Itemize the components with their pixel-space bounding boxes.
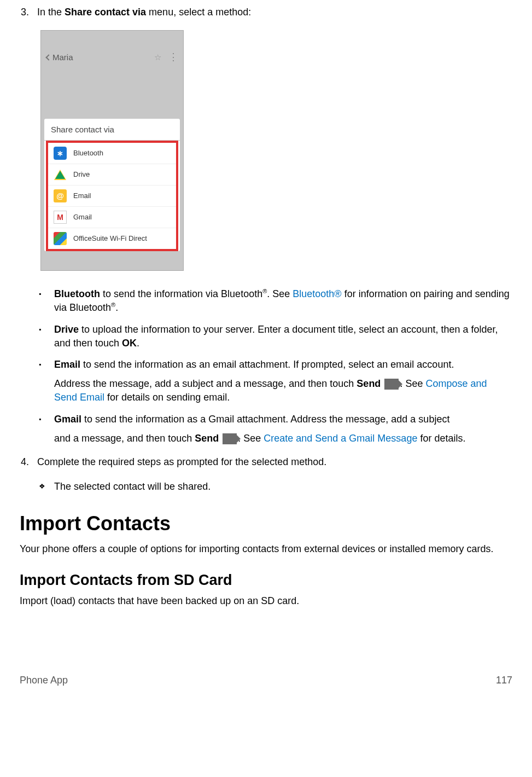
diamond-icon: ❖	[39, 480, 54, 494]
drive-bold: Drive	[54, 324, 79, 335]
bullet-icon: ▪	[39, 287, 54, 315]
bt-t1: to send the information via Bluetooth	[100, 288, 262, 299]
email-icon: @	[54, 189, 67, 202]
heading-import-sd: Import Contacts from SD Card	[20, 570, 512, 591]
menu-icon: ⋮	[168, 50, 178, 64]
gmail-icon: M	[54, 211, 67, 224]
option-bluetooth[interactable]: ∗Bluetooth	[48, 143, 176, 164]
step-3: 3. In the Share contact via menu, select…	[20, 5, 512, 19]
contact-header: Maria ☆ ⋮	[41, 48, 183, 66]
method-gmail-text: Gmail to send the information as a Gmail…	[54, 413, 512, 445]
bullet-icon: ▪	[39, 323, 54, 350]
bullet-icon: ▪	[39, 413, 54, 445]
step3-prefix: In the	[37, 7, 65, 18]
bullet-icon: ▪	[39, 358, 54, 405]
option-drive[interactable]: Drive	[48, 164, 176, 185]
bt-sup2: ®	[111, 301, 115, 308]
contact-photo-blur	[41, 66, 183, 119]
email-l2a: Address the message, add a subject and a…	[54, 378, 356, 389]
step-number: 4.	[20, 455, 37, 469]
drive-icon	[54, 168, 67, 181]
gmail-bold: Gmail	[54, 414, 81, 425]
send-icon	[384, 379, 399, 390]
bt-t2: . See	[267, 288, 293, 299]
drive-t1: to upload the information to your server…	[54, 324, 498, 349]
contact-name: Maria	[52, 51, 153, 63]
footer-page-number: 117	[496, 674, 512, 687]
method-drive-text: Drive to upload the information to your …	[54, 323, 512, 350]
step3-suffix: menu, select a method:	[146, 7, 251, 18]
email-bold: Email	[54, 359, 80, 370]
status-bar	[41, 31, 183, 48]
opt-label: Drive	[73, 170, 90, 179]
step-text: Complete the required steps as prompted …	[37, 455, 512, 469]
star-icon: ☆	[154, 51, 161, 63]
send-icon	[223, 433, 237, 444]
opt-label: Gmail	[73, 212, 92, 222]
email-l2b: . See	[400, 378, 425, 389]
step3-bold: Share contact via	[65, 7, 146, 18]
option-email[interactable]: @Email	[48, 185, 176, 207]
email-l1: to send the information as an email atta…	[80, 359, 454, 370]
highlight-box: ∗Bluetooth Drive @Email MGmail OfficeSui…	[46, 141, 178, 251]
page-footer: Phone App 117	[20, 674, 512, 687]
footer-section: Phone App	[20, 674, 68, 687]
method-bluetooth-item: ▪ Bluetooth to send the information via …	[39, 287, 512, 315]
step-number: 3.	[20, 5, 37, 19]
bt-t4: .	[115, 302, 118, 313]
import-contacts-intro: Your phone offers a couple of options fo…	[20, 542, 512, 556]
drive-t2: .	[137, 338, 139, 349]
email-l2c: for details on sending email.	[104, 392, 230, 403]
gmail-l2c: for details.	[417, 433, 465, 444]
result-text: The selected contact will be shared.	[54, 480, 211, 494]
share-dialog: Share contact via ∗Bluetooth Drive @Emai…	[44, 119, 180, 251]
officesuite-icon	[54, 232, 67, 245]
gmail-l2b: . See	[238, 433, 264, 444]
drive-bold2: OK	[122, 338, 137, 349]
opt-label: OfficeSuite Wi-Fi Direct	[73, 234, 147, 243]
gmail-l2a: and a message, and then touch	[54, 433, 195, 444]
gmail-link[interactable]: Create and Send a Gmail Message	[264, 433, 417, 444]
bluetooth-link[interactable]: Bluetooth®	[293, 288, 341, 299]
phone-screenshot: Maria ☆ ⋮ Share contact via ∗Bluetooth D…	[40, 30, 184, 271]
method-email-text: Email to send the information as an emai…	[54, 358, 512, 405]
option-officesuite[interactable]: OfficeSuite Wi-Fi Direct	[48, 228, 176, 249]
bt-bold: Bluetooth	[54, 288, 100, 299]
option-gmail[interactable]: MGmail	[48, 207, 176, 228]
email-send: Send	[356, 378, 381, 389]
method-bluetooth-text: Bluetooth to send the information via Bl…	[54, 287, 512, 315]
back-icon	[45, 54, 51, 60]
dialog-title: Share contact via	[44, 119, 180, 141]
bluetooth-icon: ∗	[54, 147, 67, 160]
step-4: 4. Complete the required steps as prompt…	[20, 455, 512, 469]
method-email-item: ▪ Email to send the information as an em…	[39, 358, 512, 405]
method-drive-item: ▪ Drive to upload the information to you…	[39, 323, 512, 350]
opt-label: Bluetooth	[73, 148, 103, 158]
result-note: ❖ The selected contact will be shared.	[39, 480, 512, 494]
import-sd-intro: Import (load) contacts that have been ba…	[20, 594, 512, 608]
opt-label: Email	[73, 191, 91, 201]
gmail-send: Send	[195, 433, 219, 444]
heading-import-contacts: Import Contacts	[20, 510, 512, 537]
gmail-l1: to send the information as a Gmail attac…	[81, 414, 449, 425]
step-text: In the Share contact via menu, select a …	[37, 5, 512, 19]
method-gmail-item: ▪ Gmail to send the information as a Gma…	[39, 413, 512, 445]
